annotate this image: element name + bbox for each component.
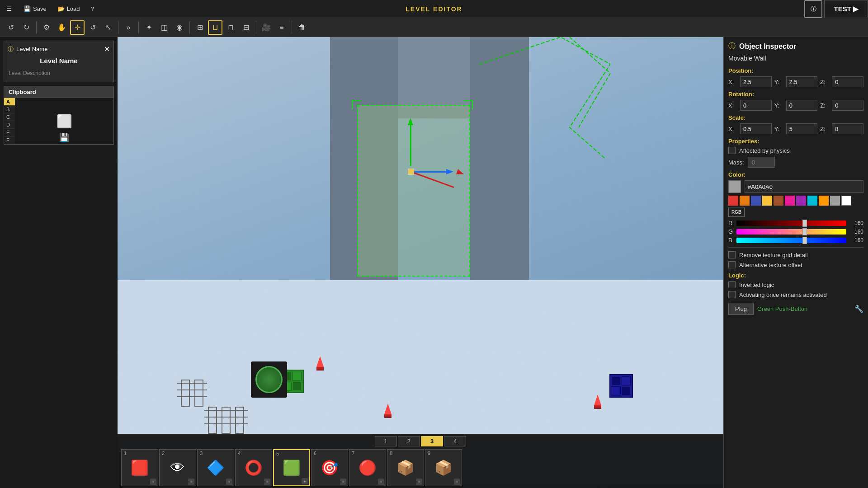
- rgb-button[interactable]: RGB: [728, 207, 745, 217]
- r-slider[interactable]: [736, 221, 846, 226]
- plug-button[interactable]: Plug: [728, 303, 754, 315]
- clipboard-slot-b[interactable]: B: [4, 106, 15, 113]
- info-button[interactable]: ⓘ: [804, 0, 822, 18]
- item-slot-9[interactable]: 9 📦 +: [425, 449, 462, 486]
- color-preview[interactable]: [728, 180, 741, 193]
- pivot-button[interactable]: ◉: [172, 20, 187, 35]
- swatch-cyan[interactable]: [807, 196, 817, 206]
- add-item-4[interactable]: +: [264, 479, 270, 485]
- rotation-x-input[interactable]: [740, 100, 772, 111]
- swatch-orange[interactable]: [740, 196, 750, 206]
- level-description[interactable]: Level Description: [8, 68, 110, 78]
- level-tab-2[interactable]: 2: [398, 436, 420, 446]
- swatch-red[interactable]: [728, 196, 738, 206]
- anchor-down-button[interactable]: ⊓: [223, 20, 238, 35]
- swatch-gray[interactable]: [830, 196, 840, 206]
- menu-button[interactable]: ☰: [0, 0, 18, 18]
- level-tab-1[interactable]: 1: [375, 436, 397, 446]
- clipboard-slot-e[interactable]: E: [4, 129, 15, 136]
- add-item-9[interactable]: +: [454, 479, 460, 485]
- layers-button[interactable]: ≡: [274, 20, 289, 35]
- mass-input[interactable]: [748, 157, 775, 168]
- position-x-input[interactable]: [740, 76, 772, 87]
- add-item-2[interactable]: +: [188, 479, 194, 485]
- settings-button[interactable]: ⚙: [39, 20, 54, 35]
- circular-platform[interactable]: [251, 361, 287, 398]
- snap-button[interactable]: ✦: [142, 20, 156, 35]
- add-item-5[interactable]: +: [302, 478, 308, 484]
- position-z-input[interactable]: [832, 76, 863, 87]
- level-tab-3[interactable]: 3: [421, 436, 443, 446]
- grid-view-button[interactable]: ⊟: [239, 20, 253, 35]
- item-slot-3[interactable]: 3 🔷 +: [197, 449, 234, 486]
- swatch-blue[interactable]: [751, 196, 761, 206]
- move-tool-button[interactable]: ✛: [70, 20, 85, 35]
- swatch-yellow[interactable]: [762, 196, 772, 206]
- item-slot-4[interactable]: 4 ⭕ +: [235, 449, 272, 486]
- add-item-6[interactable]: +: [340, 479, 346, 485]
- item-slot-7[interactable]: 7 🔴 +: [349, 449, 386, 486]
- activating-once-checkbox[interactable]: [728, 291, 736, 298]
- redo-button[interactable]: ↻: [19, 20, 33, 35]
- add-item-1[interactable]: +: [150, 479, 156, 485]
- activating-once-label: Activating once remains activated: [739, 291, 827, 298]
- inverted-logic-checkbox[interactable]: [728, 281, 736, 288]
- alt-texture-label: Alternative texture offset: [739, 262, 802, 268]
- refresh-button[interactable]: ↺: [85, 20, 100, 35]
- undo-button[interactable]: ↺: [4, 20, 18, 35]
- add-item-7[interactable]: +: [378, 479, 384, 485]
- help-button[interactable]: ?: [85, 0, 99, 18]
- camera-button[interactable]: 🎥: [259, 20, 274, 35]
- close-panel-button[interactable]: ✕: [104, 45, 110, 53]
- alt-texture-checkbox[interactable]: [728, 261, 736, 268]
- color-preview-row: [728, 180, 863, 193]
- add-item-3[interactable]: +: [226, 479, 232, 485]
- add-item-8[interactable]: +: [416, 479, 422, 485]
- level-name[interactable]: Level Name: [8, 57, 110, 65]
- item-slot-2[interactable]: 2 👁 +: [159, 449, 196, 486]
- anchor-up-button[interactable]: ⊔: [208, 20, 222, 35]
- position-y-input[interactable]: [786, 76, 818, 87]
- rotation-z-input[interactable]: [832, 100, 863, 111]
- clipboard-slot-f[interactable]: F: [4, 136, 15, 144]
- swatch-purple[interactable]: [796, 196, 806, 206]
- load-button[interactable]: 📂 Load: [52, 0, 85, 18]
- clipboard-save-button[interactable]: 💾: [59, 132, 69, 142]
- g-slider[interactable]: [736, 229, 846, 235]
- b-slider[interactable]: [736, 238, 846, 243]
- hand-tool-button[interactable]: ✋: [55, 20, 69, 35]
- swatch-orange2[interactable]: [819, 196, 829, 206]
- delete-button[interactable]: 🗑: [295, 20, 309, 35]
- swatch-brown[interactable]: [774, 196, 783, 206]
- viewport[interactable]: 1 2 3 4 1 🟥 + 2 👁 + 3 🔷: [118, 37, 723, 488]
- affected-physics-checkbox[interactable]: [728, 147, 736, 154]
- blue-cube-object[interactable]: [609, 374, 633, 398]
- level-tab-4[interactable]: 4: [444, 436, 466, 446]
- scale-y-input[interactable]: [786, 123, 818, 134]
- item-slot-8[interactable]: 8 📦 +: [387, 449, 424, 486]
- plug-target[interactable]: Green Push-Button: [757, 305, 851, 312]
- clipboard-slot-a[interactable]: A: [4, 98, 15, 106]
- test-button[interactable]: TEST ▶: [824, 0, 868, 18]
- grid-button[interactable]: ⊞: [193, 20, 207, 35]
- item-slot-1[interactable]: 1 🟥 +: [121, 449, 158, 486]
- swatch-pink[interactable]: [785, 196, 795, 206]
- item-slot-5[interactable]: 5 🟩 +: [273, 449, 310, 486]
- wrench-icon[interactable]: 🔧: [854, 305, 863, 313]
- more-button[interactable]: »: [121, 20, 136, 35]
- save-button[interactable]: 💾 Save: [18, 0, 52, 18]
- clipboard-slot-c[interactable]: C: [4, 113, 15, 121]
- rotation-y-input[interactable]: [786, 100, 818, 111]
- gizmo-center[interactable]: [408, 169, 414, 175]
- clipboard-slot-d[interactable]: D: [4, 121, 15, 129]
- selected-object-wall[interactable]: [357, 105, 470, 277]
- item-slot-6[interactable]: 6 🎯 +: [311, 449, 348, 486]
- scale-x-input[interactable]: [740, 123, 772, 134]
- clone-button[interactable]: ◫: [157, 20, 171, 35]
- scale-button[interactable]: ⤡: [101, 20, 115, 35]
- bottom-bar: 1 2 3 4 1 🟥 + 2 👁 + 3 🔷: [118, 434, 723, 488]
- remove-texture-checkbox[interactable]: [728, 251, 736, 258]
- scale-z-input[interactable]: [832, 123, 863, 134]
- color-hex-input[interactable]: [745, 180, 863, 193]
- swatch-white[interactable]: [841, 196, 851, 206]
